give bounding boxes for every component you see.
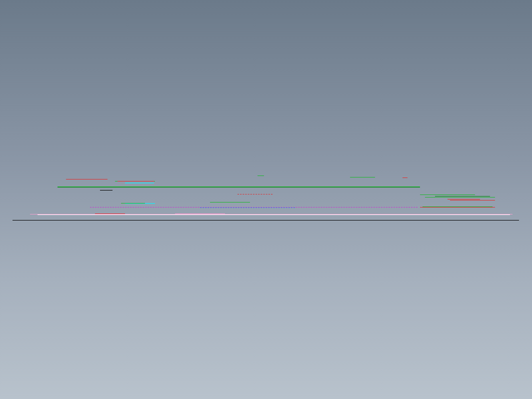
model-edge: [95, 214, 125, 214]
model-edge: [258, 176, 264, 176]
cad-viewport[interactable]: [0, 0, 532, 399]
model-edge: [420, 194, 475, 195]
model-edge: [200, 208, 295, 208]
model-edge: [210, 202, 250, 202]
model-edge: [82, 179, 108, 180]
model-edge: [175, 214, 225, 214]
model-edge: [12, 220, 519, 220]
model-edge: [425, 197, 495, 198]
model-edge: [118, 181, 154, 182]
model-edge: [420, 207, 495, 208]
model-edge: [58, 187, 420, 188]
model-edge: [422, 206, 492, 207]
model-edge: [238, 194, 272, 194]
model-edge: [435, 196, 490, 196]
model-edge: [125, 182, 154, 184]
model-edge: [450, 200, 495, 200]
model-edge: [100, 190, 112, 190]
model-edge: [448, 199, 480, 200]
model-edge: [121, 203, 145, 204]
model-edge: [38, 214, 510, 215]
model-edge: [402, 178, 408, 178]
model-edge: [350, 177, 375, 178]
